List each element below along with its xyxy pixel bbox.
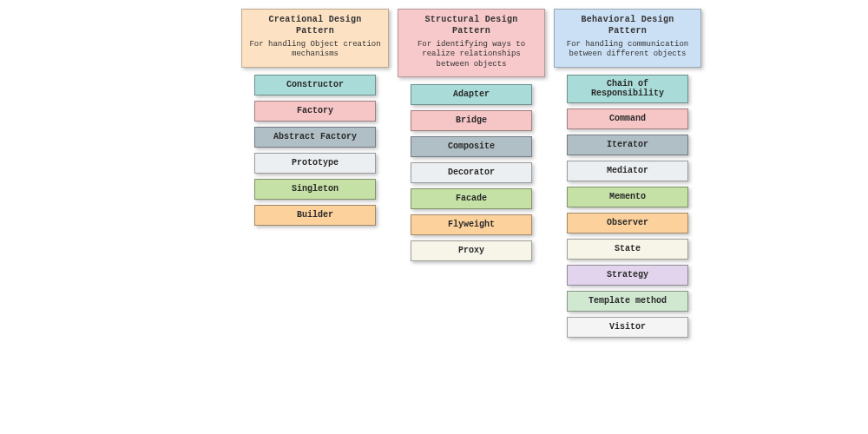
pattern-composite: Composite — [411, 136, 532, 157]
pattern-builder: Builder — [254, 205, 376, 226]
list-item: State — [554, 239, 701, 260]
list-item: Observer — [554, 213, 701, 233]
pattern-decorator: Decorator — [411, 162, 532, 183]
header-desc: For handling communication between diffe… — [560, 40, 695, 60]
pattern-memento: Memento — [567, 187, 688, 207]
list-item: Visitor — [554, 317, 701, 338]
pattern-proxy: Proxy — [411, 240, 532, 261]
list-item: Mediator — [554, 161, 701, 181]
pattern-command: Command — [567, 108, 688, 129]
list-item: Template method — [554, 291, 701, 312]
column-structural: Structural Design Pattern For identifyin… — [398, 9, 545, 261]
list-item: Composite — [398, 136, 545, 157]
header-desc: For handling Object creation mechanisms — [247, 40, 383, 60]
header-title: Structural Design Pattern — [404, 15, 539, 36]
pattern-prototype: Prototype — [254, 153, 376, 174]
list-item: Singleton — [241, 179, 389, 200]
column-creational: Creational Design Pattern For handling O… — [241, 9, 389, 226]
header-creational: Creational Design Pattern For handling O… — [241, 9, 389, 68]
list-item: Constructor — [241, 75, 389, 95]
pattern-factory: Factory — [254, 101, 376, 122]
list-item: Strategy — [554, 265, 701, 286]
header-title: Creational Design Pattern — [247, 15, 383, 36]
pattern-template-method: Template method — [567, 291, 688, 312]
pattern-singleton: Singleton — [254, 179, 376, 200]
list-item: Facade — [398, 188, 545, 209]
header-title: Behavioral Design Pattern — [560, 15, 695, 36]
pattern-abstract-factory: Abstract Factory — [254, 127, 376, 148]
list-item: Chain of Responsibility — [554, 75, 701, 103]
list-item: Bridge — [398, 110, 545, 131]
list-item: Proxy — [398, 240, 545, 261]
header-desc: For identifying ways to realize relation… — [404, 40, 539, 69]
pattern-bridge: Bridge — [411, 110, 532, 131]
pattern-strategy: Strategy — [567, 265, 688, 286]
list-item: Factory — [241, 101, 389, 122]
header-structural: Structural Design Pattern For identifyin… — [398, 9, 545, 77]
list-item: Iterator — [554, 135, 701, 155]
list-item: Abstract Factory — [241, 127, 389, 148]
pattern-mediator: Mediator — [567, 161, 688, 181]
list-item: Decorator — [398, 162, 545, 183]
list-item: Flyweight — [398, 214, 545, 235]
pattern-adapter: Adapter — [411, 84, 532, 105]
pattern-constructor: Constructor — [254, 75, 376, 95]
header-behavioral: Behavioral Design Pattern For handling c… — [554, 9, 701, 68]
list-item: Command — [554, 108, 701, 129]
diagram-canvas: Creational Design Pattern For handling O… — [0, 0, 868, 434]
list-item: Prototype — [241, 153, 389, 174]
pattern-visitor: Visitor — [567, 317, 688, 338]
pattern-observer: Observer — [567, 213, 688, 233]
column-behavioral: Behavioral Design Pattern For handling c… — [554, 9, 701, 338]
list-item: Memento — [554, 187, 701, 207]
pattern-facade: Facade — [411, 188, 532, 209]
list-item: Builder — [241, 205, 389, 226]
pattern-iterator: Iterator — [567, 135, 688, 155]
pattern-state: State — [567, 239, 688, 260]
pattern-flyweight: Flyweight — [411, 214, 532, 235]
list-item: Adapter — [398, 84, 545, 105]
pattern-chain-of-responsibility: Chain of Responsibility — [567, 75, 688, 103]
